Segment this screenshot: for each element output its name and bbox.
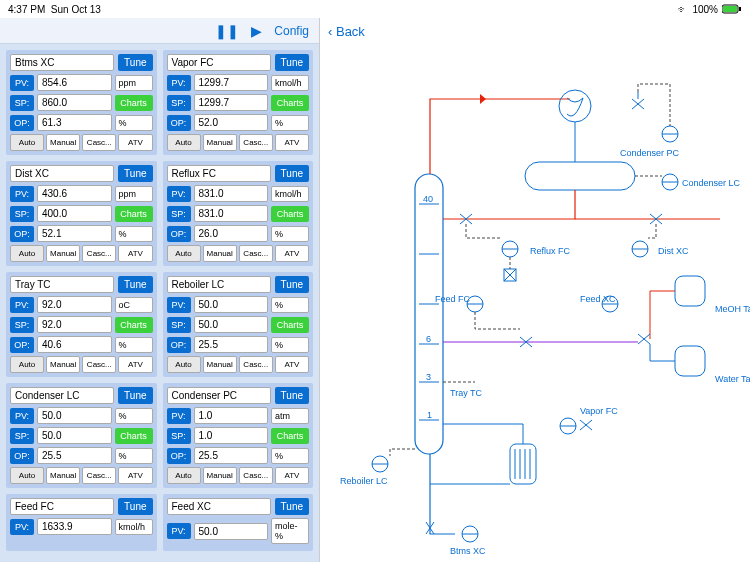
mode-button[interactable]: Casc... bbox=[239, 356, 273, 373]
pv-value[interactable]: 50.0 bbox=[194, 296, 269, 313]
tune-button[interactable]: Tune bbox=[118, 54, 152, 71]
mode-button[interactable]: Auto bbox=[167, 467, 201, 484]
sp-value[interactable]: 860.0 bbox=[37, 94, 112, 111]
op-value[interactable]: 26.0 bbox=[194, 225, 269, 242]
op-value[interactable]: 61.3 bbox=[37, 114, 112, 131]
card-title: Feed FC bbox=[10, 498, 114, 515]
mode-button[interactable]: Auto bbox=[10, 134, 44, 151]
mode-button[interactable]: Manual bbox=[46, 134, 80, 151]
tune-button[interactable]: Tune bbox=[118, 165, 152, 182]
pv-value[interactable]: 430.6 bbox=[37, 185, 112, 202]
chevron-left-icon: ‹ bbox=[328, 24, 332, 39]
mode-button[interactable]: Manual bbox=[203, 356, 237, 373]
sp-value[interactable]: 50.0 bbox=[194, 316, 269, 333]
sp-value[interactable]: 400.0 bbox=[37, 205, 112, 222]
mode-button[interactable]: Auto bbox=[167, 245, 201, 262]
charts-button[interactable]: Charts bbox=[115, 428, 153, 444]
sp-value[interactable]: 1.0 bbox=[194, 427, 269, 444]
pv-label: PV: bbox=[167, 523, 191, 539]
tune-button[interactable]: Tune bbox=[275, 387, 309, 404]
tune-button[interactable]: Tune bbox=[118, 276, 152, 293]
mode-button[interactable]: ATV bbox=[118, 467, 152, 484]
mode-button[interactable]: Auto bbox=[10, 467, 44, 484]
charts-button[interactable]: Charts bbox=[115, 95, 153, 111]
svg-text:Reflux FC: Reflux FC bbox=[530, 246, 571, 256]
controller-card: Reflux FC Tune PV: 831.0 kmol/h SP: 831.… bbox=[163, 161, 314, 266]
op-value[interactable]: 40.6 bbox=[37, 336, 112, 353]
mode-button[interactable]: ATV bbox=[275, 245, 309, 262]
mode-button[interactable]: Manual bbox=[46, 356, 80, 373]
mode-button[interactable]: Auto bbox=[167, 356, 201, 373]
svg-text:Feed XC: Feed XC bbox=[580, 294, 616, 304]
tune-button[interactable]: Tune bbox=[118, 498, 152, 515]
pv-value[interactable]: 831.0 bbox=[194, 185, 269, 202]
mode-button[interactable]: ATV bbox=[275, 467, 309, 484]
pause-button[interactable]: ❚❚ bbox=[215, 23, 239, 39]
back-button[interactable]: ‹ Back bbox=[320, 18, 750, 44]
mode-button[interactable]: Manual bbox=[203, 467, 237, 484]
pv-value[interactable]: 50.0 bbox=[37, 407, 112, 424]
mode-button[interactable]: ATV bbox=[118, 134, 152, 151]
mode-button[interactable]: ATV bbox=[275, 356, 309, 373]
tune-button[interactable]: Tune bbox=[275, 165, 309, 182]
sp-value[interactable]: 831.0 bbox=[194, 205, 269, 222]
mode-button[interactable]: Auto bbox=[167, 134, 201, 151]
mode-button[interactable]: Manual bbox=[203, 134, 237, 151]
charts-button[interactable]: Charts bbox=[271, 428, 309, 444]
mode-button[interactable]: Auto bbox=[10, 356, 44, 373]
svg-text:Reboiler LC: Reboiler LC bbox=[340, 476, 388, 486]
mode-button[interactable]: Casc... bbox=[239, 245, 273, 262]
mode-button[interactable]: Auto bbox=[10, 245, 44, 262]
tune-button[interactable]: Tune bbox=[118, 387, 152, 404]
pv-unit: kmol/h bbox=[271, 75, 309, 91]
pv-value[interactable]: 92.0 bbox=[37, 296, 112, 313]
mode-button[interactable]: ATV bbox=[118, 245, 152, 262]
pv-value[interactable]: 1.0 bbox=[194, 407, 269, 424]
op-label: OP: bbox=[167, 226, 191, 242]
tune-button[interactable]: Tune bbox=[275, 276, 309, 293]
charts-button[interactable]: Charts bbox=[271, 317, 309, 333]
controller-card: Condenser LC Tune PV: 50.0 % SP: 50.0 Ch… bbox=[6, 383, 157, 488]
tune-button[interactable]: Tune bbox=[275, 54, 309, 71]
mode-button[interactable]: Casc... bbox=[82, 356, 116, 373]
mode-button[interactable]: Casc... bbox=[239, 134, 273, 151]
sp-value[interactable]: 1299.7 bbox=[194, 94, 269, 111]
charts-button[interactable]: Charts bbox=[271, 95, 309, 111]
card-title: Feed XC bbox=[167, 498, 271, 515]
sp-value[interactable]: 92.0 bbox=[37, 316, 112, 333]
play-button[interactable]: ▶ bbox=[251, 23, 262, 39]
mode-button[interactable]: Manual bbox=[46, 245, 80, 262]
mode-button[interactable]: Casc... bbox=[82, 467, 116, 484]
pv-value[interactable]: 50.0 bbox=[194, 523, 269, 540]
op-value[interactable]: 25.5 bbox=[194, 336, 269, 353]
pv-value[interactable]: 1299.7 bbox=[194, 74, 269, 91]
config-button[interactable]: Config bbox=[274, 24, 309, 38]
controller-card: Dist XC Tune PV: 430.6 ppm SP: 400.0 Cha… bbox=[6, 161, 157, 266]
op-label: OP: bbox=[10, 115, 34, 131]
op-value[interactable]: 52.0 bbox=[194, 114, 269, 131]
process-diagram[interactable]: 40 6 3 1 Condenser PC bbox=[320, 44, 750, 562]
mode-button[interactable]: Manual bbox=[46, 467, 80, 484]
mode-button[interactable]: ATV bbox=[275, 134, 309, 151]
mode-button[interactable]: Casc... bbox=[82, 245, 116, 262]
card-title: Condenser PC bbox=[167, 387, 271, 404]
controller-panel[interactable]: ❚❚ ▶ Config Btms XC Tune PV: 854.6 ppm S… bbox=[0, 18, 320, 562]
mode-button[interactable]: ATV bbox=[118, 356, 152, 373]
sp-value[interactable]: 50.0 bbox=[37, 427, 112, 444]
op-value[interactable]: 52.1 bbox=[37, 225, 112, 242]
op-value[interactable]: 25.5 bbox=[37, 447, 112, 464]
mode-button[interactable]: Casc... bbox=[82, 134, 116, 151]
pv-value[interactable]: 854.6 bbox=[37, 74, 112, 91]
charts-button[interactable]: Charts bbox=[115, 317, 153, 333]
svg-rect-42 bbox=[510, 444, 536, 484]
op-unit: % bbox=[115, 115, 153, 131]
op-value[interactable]: 25.5 bbox=[194, 447, 269, 464]
mode-button[interactable]: Casc... bbox=[239, 467, 273, 484]
tune-button[interactable]: Tune bbox=[275, 498, 309, 515]
pv-label: PV: bbox=[10, 186, 34, 202]
status-time-date: 4:37 PM Sun Oct 13 bbox=[8, 4, 101, 15]
mode-button[interactable]: Manual bbox=[203, 245, 237, 262]
charts-button[interactable]: Charts bbox=[271, 206, 309, 222]
pv-value[interactable]: 1633.9 bbox=[37, 518, 112, 535]
charts-button[interactable]: Charts bbox=[115, 206, 153, 222]
